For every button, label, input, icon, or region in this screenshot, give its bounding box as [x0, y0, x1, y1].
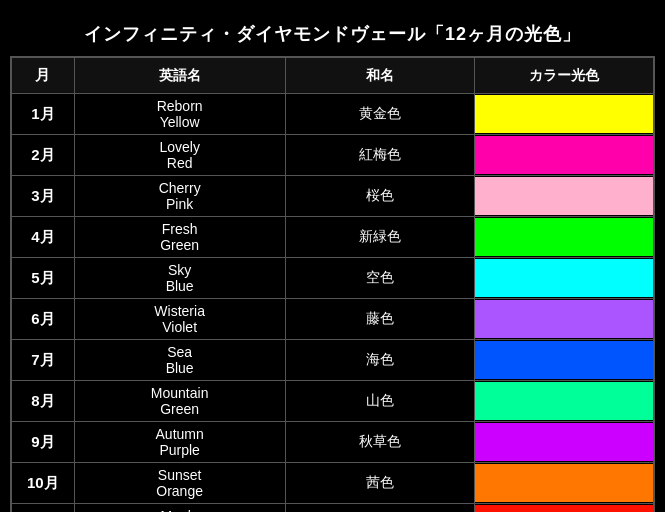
table-row: 11月MapleRed紅葉色 [11, 504, 654, 513]
cell-english: SunsetOrange [74, 463, 285, 504]
cell-english: MapleRed [74, 504, 285, 513]
cell-japanese: 山色 [285, 381, 475, 422]
cell-month: 1月 [11, 94, 74, 135]
cell-english: LovelyRed [74, 135, 285, 176]
table-row: 6月WisteriaViolet藤色 [11, 299, 654, 340]
cell-color-swatch [475, 299, 654, 340]
cell-english: AutumnPurple [74, 422, 285, 463]
cell-japanese: 新緑色 [285, 217, 475, 258]
cell-japanese: 空色 [285, 258, 475, 299]
cell-color-swatch [475, 340, 654, 381]
table-row: 1月RebornYellow黄金色 [11, 94, 654, 135]
table-row: 7月SeaBlue海色 [11, 340, 654, 381]
cell-month: 8月 [11, 381, 74, 422]
cell-japanese: 紅葉色 [285, 504, 475, 513]
cell-color-swatch [475, 94, 654, 135]
cell-month: 11月 [11, 504, 74, 513]
cell-english: RebornYellow [74, 94, 285, 135]
cell-english: CherryPink [74, 176, 285, 217]
cell-color-swatch [475, 176, 654, 217]
table-row: 4月FreshGreen新緑色 [11, 217, 654, 258]
cell-japanese: 紅梅色 [285, 135, 475, 176]
page-title: インフィニティ・ダイヤモンドヴェール「12ヶ月の光色」 [10, 10, 655, 56]
cell-japanese: 秋草色 [285, 422, 475, 463]
cell-english: MountainGreen [74, 381, 285, 422]
header-japanese: 和名 [285, 57, 475, 94]
cell-month: 3月 [11, 176, 74, 217]
cell-month: 4月 [11, 217, 74, 258]
cell-color-swatch [475, 217, 654, 258]
cell-color-swatch [475, 135, 654, 176]
cell-color-swatch [475, 504, 654, 513]
cell-japanese: 藤色 [285, 299, 475, 340]
header-month: 月 [11, 57, 74, 94]
table-row: 8月MountainGreen山色 [11, 381, 654, 422]
cell-month: 9月 [11, 422, 74, 463]
color-table: 月 英語名 和名 カラー光色 1月RebornYellow黄金色2月Lovely… [10, 56, 655, 512]
cell-color-swatch [475, 258, 654, 299]
cell-month: 7月 [11, 340, 74, 381]
cell-japanese: 桜色 [285, 176, 475, 217]
cell-month: 10月 [11, 463, 74, 504]
table-row: 5月SkyBlue空色 [11, 258, 654, 299]
cell-japanese: 茜色 [285, 463, 475, 504]
cell-month: 6月 [11, 299, 74, 340]
cell-japanese: 黄金色 [285, 94, 475, 135]
table-row: 2月LovelyRed紅梅色 [11, 135, 654, 176]
cell-color-swatch [475, 463, 654, 504]
cell-month: 5月 [11, 258, 74, 299]
cell-color-swatch [475, 381, 654, 422]
table-row: 10月SunsetOrange茜色 [11, 463, 654, 504]
cell-japanese: 海色 [285, 340, 475, 381]
cell-month: 2月 [11, 135, 74, 176]
cell-color-swatch [475, 422, 654, 463]
cell-english: WisteriaViolet [74, 299, 285, 340]
table-row: 9月AutumnPurple秋草色 [11, 422, 654, 463]
main-container: インフィニティ・ダイヤモンドヴェール「12ヶ月の光色」 月 英語名 和名 カラー… [0, 0, 665, 512]
header-english: 英語名 [74, 57, 285, 94]
header-color: カラー光色 [475, 57, 654, 94]
cell-english: FreshGreen [74, 217, 285, 258]
cell-english: SeaBlue [74, 340, 285, 381]
table-row: 3月CherryPink桜色 [11, 176, 654, 217]
cell-english: SkyBlue [74, 258, 285, 299]
